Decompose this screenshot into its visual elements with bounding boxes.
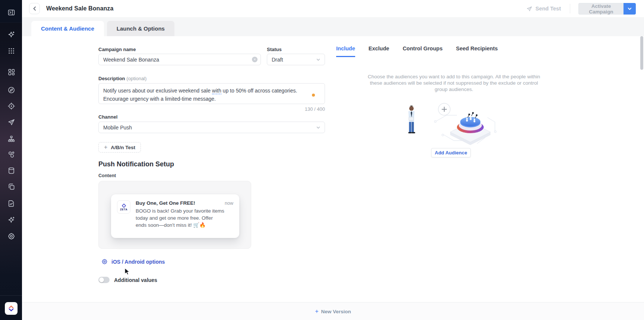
sidebar-item-dashboard[interactable] (7, 68, 16, 76)
footer-bar: + New Version (22, 302, 644, 320)
chevron-down-icon (627, 6, 632, 11)
person-figure (408, 106, 416, 134)
settings-gear-icon (7, 232, 15, 240)
bubbles-icon (7, 151, 15, 159)
zeta-logo[interactable] (5, 302, 18, 315)
description-optional: (optional) (126, 76, 146, 81)
zeta-diamond-icon (122, 204, 126, 208)
toggle-knob (99, 277, 104, 282)
clear-input-icon[interactable]: × (252, 57, 258, 62)
activate-campaign-split-button: Activate Campaign (578, 3, 636, 15)
channel-select[interactable]: Mobile Push (98, 122, 325, 133)
new-version-button[interactable]: + New Version (315, 308, 351, 315)
collapse-panel-icon (7, 9, 15, 16)
notification-app-icon: ZETA (117, 200, 130, 214)
back-button[interactable] (29, 3, 40, 14)
push-setup-title: Push Notification Setup (98, 160, 174, 168)
sidebar-item-discover[interactable] (7, 85, 16, 94)
sidebar (0, 0, 22, 320)
vertical-scrollbar[interactable] (640, 36, 643, 70)
sidebar-item-target[interactable] (7, 101, 16, 110)
database-icon (7, 167, 15, 175)
additional-values-row: Additional values (98, 277, 157, 283)
channel-value: Mobile Push (103, 125, 132, 131)
audience-tab-exclude[interactable]: Exclude (369, 46, 389, 57)
copy-pages-icon (7, 183, 15, 191)
grammar-underlined-word: with (212, 88, 221, 94)
additional-values-label: Additional values (114, 277, 157, 283)
push-notification-preview[interactable]: ZETA Buy One, Get One FREE! now BOGO is … (111, 194, 239, 238)
notification-time: now (225, 201, 233, 206)
collapse-panel-button[interactable] (7, 8, 16, 17)
sidebar-item-ai[interactable] (7, 30, 16, 39)
audience-tab-include[interactable]: Include (336, 46, 355, 57)
zeta-logo-icon (7, 304, 15, 313)
send-plane-icon (526, 6, 533, 12)
tab-launch-options[interactable]: Launch & Options (107, 21, 174, 36)
chevron-left-icon (32, 6, 37, 11)
audience-stack-graphic (450, 112, 490, 145)
additional-values-toggle[interactable] (98, 277, 110, 283)
sidebar-item-ai-tools[interactable] (7, 215, 16, 224)
page-title: Weekend Sale Bonanza (46, 5, 113, 12)
audience-tab-seed-recipients[interactable]: Seed Recipients (456, 46, 498, 57)
char-counter: 130 / 400 (98, 106, 325, 112)
campaign-name-label: Campaign name (98, 47, 136, 52)
description-text: Notify users about our exclusive weekend… (103, 88, 212, 94)
add-audience-button[interactable]: Add Audience (431, 148, 471, 157)
sidebar-item-settings[interactable] (7, 232, 16, 241)
main-tabs: Content & Audience Launch & Options (22, 17, 644, 36)
dashboard-icon (7, 68, 15, 76)
audience-tab-control-groups[interactable]: Control Groups (402, 46, 442, 57)
new-version-label: New Version (321, 309, 351, 314)
notification-title: Buy One, Get One FREE! (136, 200, 195, 206)
plus-icon: + (315, 308, 318, 315)
chevron-down-icon (316, 125, 321, 130)
activate-options-button[interactable] (624, 3, 636, 15)
abn-test-label: A/B/n Test (111, 145, 135, 150)
campaign-builder-app: Weekend Sale Bonanza Send Test Activate … (0, 0, 644, 320)
sidebar-divider (0, 295, 22, 296)
tab-content-audience[interactable]: Content & Audience (31, 21, 104, 36)
ai-sparkle-icon (7, 216, 15, 224)
channel-label: Channel (98, 114, 117, 120)
ai-sparkle-icon (7, 31, 15, 38)
compass-icon (7, 86, 15, 94)
report-document-icon (7, 200, 15, 207)
send-test-label: Send Test (536, 6, 561, 12)
send-test-button[interactable]: Send Test (526, 6, 561, 12)
hierarchy-icon (7, 135, 15, 143)
description-label: Description (optional) (98, 76, 146, 81)
content-label: Content (98, 173, 116, 178)
sidebar-item-templates[interactable] (7, 182, 16, 191)
sidebar-item-campaigns[interactable] (7, 117, 16, 126)
status-value: Draft (272, 57, 283, 63)
plus-icon: + (104, 144, 107, 151)
top-bar: Weekend Sale Bonanza Send Test Activate … (22, 0, 644, 17)
grammar-warning-dot[interactable] (312, 94, 315, 97)
content-panel: Campaign name × Status Draft Description… (22, 36, 644, 302)
sidebar-item-segments[interactable] (7, 150, 16, 159)
abn-test-button[interactable]: + A/B/n Test (98, 142, 141, 153)
status-select[interactable]: Draft (267, 54, 325, 65)
notification-body: BOGO is back! Grab your favorite items t… (136, 207, 224, 229)
add-audience-plus-icon[interactable] (438, 103, 450, 115)
chevron-down-icon (316, 57, 321, 62)
ios-android-options-label: iOS / Android options (111, 259, 165, 265)
sidebar-item-journeys[interactable] (7, 134, 16, 143)
audience-illustration (388, 99, 501, 148)
sidebar-item-reports[interactable] (7, 199, 16, 208)
activate-campaign-button[interactable]: Activate Campaign (578, 3, 624, 15)
push-preview-container: ZETA Buy One, Get One FREE! now BOGO is … (98, 181, 251, 249)
campaign-name-input[interactable] (98, 54, 261, 65)
topbar-divider (570, 4, 570, 13)
gear-icon (101, 258, 108, 265)
audience-tabs: Include Exclude Control Groups Seed Reci… (336, 46, 498, 57)
status-label: Status (267, 47, 282, 52)
description-textarea[interactable]: Notify users about our exclusive weekend… (98, 83, 325, 104)
ios-android-options-link[interactable]: iOS / Android options (101, 258, 165, 265)
audience-description: Choose the audiences you want to add to … (364, 73, 543, 92)
sidebar-item-apps[interactable] (7, 46, 16, 55)
apps-grid-icon (7, 47, 15, 55)
sidebar-item-data[interactable] (7, 166, 16, 175)
